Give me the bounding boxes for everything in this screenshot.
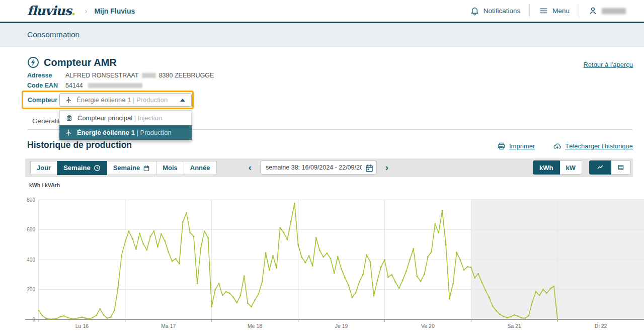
data-point-marker	[362, 274, 364, 275]
data-point-marker	[114, 310, 115, 311]
meter-select[interactable]: Énergie éolienne 1 | Production	[59, 93, 192, 107]
data-point-marker	[60, 316, 61, 317]
data-point-marker	[521, 317, 522, 319]
chart-area: 0200400600800Lu 16Ma 17Me 18Je 19Ve 20Sa…	[0, 181, 644, 333]
data-point-marker	[179, 263, 180, 265]
unit-kw-button[interactable]: kW	[559, 160, 583, 175]
data-point-marker	[142, 243, 144, 245]
data-point-marker	[135, 248, 137, 250]
data-point-marker	[225, 291, 227, 293]
dropdown-option-energie-eolienne[interactable]: Énergie éolienne 1 | Production	[59, 125, 192, 140]
data-point-marker	[164, 240, 166, 242]
data-point-marker	[402, 280, 404, 281]
meter-select-value: Énergie éolienne 1 | Production	[76, 96, 168, 104]
dropdown-option-compteur-principal[interactable]: Compteur principal | Injection	[60, 111, 191, 125]
x-day-label: Ve 20	[421, 323, 435, 329]
data-point-marker	[82, 317, 83, 318]
data-point-marker	[355, 292, 357, 294]
data-point-marker	[431, 251, 432, 253]
data-point-marker	[99, 308, 101, 310]
cloud-download-icon	[553, 142, 561, 150]
data-point-marker	[557, 319, 558, 320]
data-point-marker	[258, 293, 260, 295]
data-point-marker	[157, 246, 158, 247]
data-point-marker	[110, 316, 112, 318]
data-point-marker	[74, 318, 75, 320]
data-point-marker	[460, 259, 461, 261]
data-point-marker	[434, 223, 436, 225]
print-link[interactable]: Imprimer	[497, 142, 535, 150]
period-jour-button[interactable]: Jour	[30, 161, 57, 175]
table-view-button[interactable]	[611, 160, 631, 175]
data-point-marker	[200, 247, 202, 248]
user-account-button[interactable]	[579, 6, 635, 16]
period-mois-button[interactable]: Mois	[156, 161, 184, 175]
data-point-marker	[78, 317, 79, 319]
data-point-marker	[92, 317, 94, 318]
back-to-overview-link[interactable]: Retour à l'aperçu	[583, 61, 633, 68]
data-point-marker	[150, 236, 151, 237]
data-point-marker	[125, 241, 126, 242]
data-point-marker	[222, 295, 223, 296]
previous-week-button[interactable]: ‹	[245, 160, 255, 175]
period-semaine-clock-button[interactable]: Semaine	[57, 161, 107, 175]
notifications-button[interactable]: Notifications	[461, 6, 530, 16]
date-range-input[interactable]: semaine 38: 16/09/2024 - 22/09/2024	[260, 160, 377, 175]
chart-view-button[interactable]	[589, 160, 611, 175]
unit-kwh-button[interactable]: kWh	[533, 160, 559, 175]
data-point-marker	[211, 306, 212, 307]
data-point-marker	[189, 232, 191, 233]
date-navigation: ‹ semaine 38: 16/09/2024 - 22/09/2024 ›	[245, 160, 392, 175]
data-point-marker	[542, 289, 544, 290]
x-day-label: Me 18	[248, 323, 262, 329]
logo-text: fluvius	[27, 5, 71, 17]
data-point-marker	[247, 303, 249, 304]
data-point-marker	[160, 233, 162, 235]
data-point-marker	[550, 288, 551, 290]
data-point-marker	[197, 283, 198, 284]
data-point-marker	[229, 293, 230, 294]
chart-unit-label: kWh / kVArh	[29, 182, 60, 188]
compteur-label: Compteur	[28, 97, 57, 104]
data-point-marker	[52, 318, 54, 320]
data-point-marker	[63, 315, 65, 317]
next-week-button[interactable]: ›	[382, 160, 392, 175]
data-point-marker	[45, 317, 47, 319]
data-point-marker	[244, 275, 245, 277]
unit-toggle-group: kWh kW	[533, 160, 582, 175]
period-button-group: Jour Semaine Semaine Mois Année	[30, 161, 217, 175]
data-point-marker	[524, 317, 526, 319]
meter-icon	[65, 114, 73, 122]
tab-generalites[interactable]: Généralités	[32, 117, 60, 125]
data-point-marker	[297, 244, 299, 245]
data-point-marker	[496, 310, 497, 311]
data-point-marker	[510, 316, 512, 317]
fluvius-logo[interactable]: fluvius.	[27, 4, 75, 18]
redacted-ean-digits	[88, 83, 142, 88]
address-row: Adresse ALFRED RONSESTRAAT 8380 ZEEBRUGG…	[27, 72, 214, 79]
data-point-marker	[398, 288, 400, 289]
data-point-marker	[481, 282, 483, 283]
download-history-link[interactable]: Télécharger l'historique	[553, 142, 633, 150]
calendar-icon[interactable]	[365, 163, 374, 173]
date-range-value: semaine 38: 16/09/2024 - 22/09/2024	[266, 164, 362, 171]
meter-title-row: Compteur AMR	[27, 56, 117, 68]
data-point-marker	[344, 277, 346, 279]
data-point-marker	[251, 306, 252, 307]
data-point-marker	[507, 317, 508, 318]
data-point-marker	[532, 301, 533, 303]
menu-button[interactable]: Menu	[530, 6, 579, 16]
data-point-marker	[499, 314, 501, 315]
data-point-marker	[128, 230, 130, 232]
data-point-marker	[107, 317, 108, 319]
data-point-marker	[366, 254, 367, 256]
period-annee-button[interactable]: Année	[184, 161, 217, 175]
x-day-label: Di 22	[595, 323, 607, 329]
production-chart[interactable]: 0200400600800Lu 16Ma 17Me 18Je 19Ve 20Sa…	[0, 181, 644, 333]
data-point-marker	[276, 267, 277, 269]
calendar-icon	[143, 164, 150, 172]
data-point-marker	[240, 295, 242, 296]
app-name[interactable]: Mijn Fluvius	[94, 7, 135, 15]
data-point-marker	[438, 232, 440, 234]
period-semaine-calendar-button[interactable]: Semaine	[107, 161, 156, 175]
